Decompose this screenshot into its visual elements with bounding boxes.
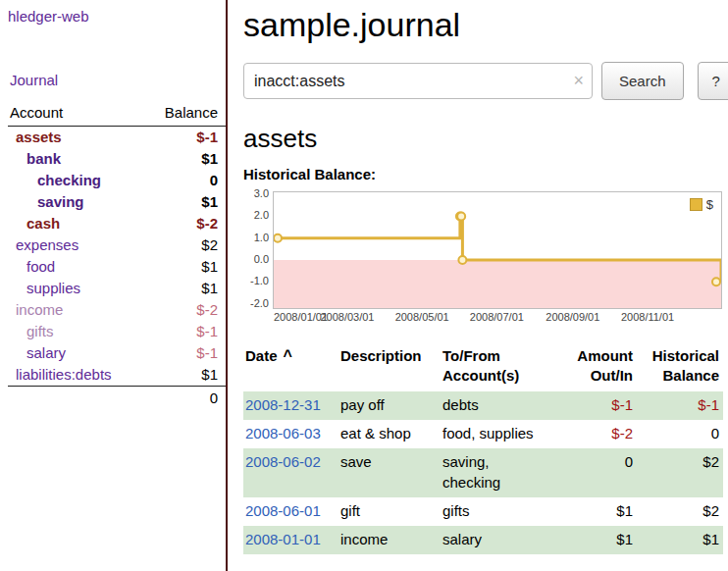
sort-ascending-icon: ^ (284, 347, 292, 364)
register-row: 2008-12-31pay offdebts$-1$-1 (243, 391, 723, 420)
register-balance: $-1 (637, 391, 723, 420)
accounts-table-header: Account Balance (8, 100, 226, 127)
register-amount: $1 (560, 526, 637, 554)
register-body: 2008-12-31pay offdebts$-1$-12008-06-03ea… (243, 391, 723, 554)
date-column-header[interactable]: Date^ (243, 344, 338, 391)
app-title-link[interactable]: hledger-web (8, 8, 226, 25)
register-row: 2008-06-02savesaving, checking0$2 (243, 448, 723, 497)
register-account: salary (441, 526, 560, 554)
register-account: food, supplies (441, 420, 560, 448)
register-account: debts (441, 391, 560, 420)
chart-legend: $ (690, 197, 713, 212)
account-balance: $1 (201, 148, 218, 170)
data-point-marker (458, 256, 466, 264)
account-row: assets$-1 (8, 127, 226, 148)
account-link[interactable]: salary (8, 342, 66, 364)
x-tick-label: 2008/09/01 (546, 311, 599, 323)
account-link[interactable]: checking (8, 170, 101, 191)
account-column-header-register: To/From Account(s) (441, 344, 560, 391)
register-date-link[interactable]: 2008-06-02 (245, 453, 321, 470)
account-link[interactable]: gifts (8, 321, 54, 342)
sidebar: hledger-web Journal Account Balance asse… (0, 0, 228, 571)
search-button[interactable]: Search (601, 62, 684, 100)
register-account: gifts (441, 497, 560, 526)
account-link[interactable]: expenses (8, 234, 78, 256)
x-tick-label: 2008/11/01 (621, 311, 674, 323)
balance-column-header: Balance (165, 104, 218, 121)
accounts-list: assets$-1bank$1checking0saving$1cash$-2e… (8, 127, 226, 386)
negative-region (274, 260, 721, 308)
account-link[interactable]: cash (8, 213, 60, 234)
x-tick-label: 2008/07/01 (470, 311, 524, 323)
account-row: expenses$2 (8, 234, 226, 256)
register-date-link[interactable]: 2008-06-01 (245, 502, 321, 519)
help-button[interactable]: ? (698, 62, 728, 100)
account-row: gifts$-1 (8, 321, 226, 342)
account-heading: assets (243, 124, 728, 154)
chart-plot-area: $ (273, 191, 722, 309)
register-header-row: Date^ Description To/From Account(s) Amo… (243, 344, 723, 391)
register-account: saving, checking (441, 448, 560, 497)
register-description: save (338, 448, 441, 497)
register-description: eat & shop (338, 420, 441, 448)
register-description: income (338, 526, 441, 554)
journal-link[interactable]: Journal (10, 72, 226, 88)
register-row: 2008-01-01incomesalary$1$1 (243, 526, 723, 554)
legend-label: $ (706, 197, 713, 212)
register-description: gift (338, 497, 441, 526)
account-row: liabilities:debts$1 (8, 364, 226, 386)
data-point-marker (457, 212, 465, 220)
register-date-link[interactable]: 2008-12-31 (245, 396, 321, 413)
account-row: income$-2 (8, 299, 226, 321)
account-column-header: Account (10, 104, 63, 121)
y-tick-label: 1.0 (254, 232, 269, 243)
y-tick-label: 3.0 (254, 187, 269, 199)
register-row: 2008-06-03eat & shopfood, supplies$-20 (243, 420, 723, 448)
balance-column-header-register: Historical Balance (637, 344, 723, 391)
y-tick-label: -2.0 (250, 297, 269, 309)
account-balance: $-1 (196, 321, 218, 342)
account-link[interactable]: income (8, 299, 63, 321)
y-tick-label: -1.0 (250, 275, 269, 286)
x-tick-label: 2008/03/01 (320, 311, 374, 323)
data-point-marker (712, 278, 720, 286)
x-tick-label: 2008/05/01 (395, 311, 449, 323)
register-balance: $1 (637, 526, 723, 554)
register-balance: $2 (637, 497, 723, 526)
accounts-total-row: 0 (8, 386, 226, 406)
account-balance: $1 (201, 364, 218, 386)
register-date-link[interactable]: 2008-06-03 (245, 425, 321, 441)
account-row: salary$-1 (8, 342, 226, 364)
account-row: food$1 (8, 256, 226, 278)
account-row: checking0 (8, 170, 226, 191)
y-tick-label: 0.0 (254, 253, 269, 265)
account-link[interactable]: supplies (8, 278, 80, 299)
account-balance: $1 (201, 278, 218, 299)
account-link[interactable]: liabilities:debts (8, 364, 112, 386)
register-balance: $2 (637, 448, 723, 497)
account-row: saving$1 (8, 191, 226, 213)
description-column-header: Description (338, 344, 441, 391)
account-link[interactable]: saving (8, 191, 84, 213)
account-balance: $2 (201, 234, 218, 256)
register-description: pay off (338, 391, 441, 420)
chart-svg (274, 192, 721, 308)
register-date-link[interactable]: 2008-01-01 (245, 531, 321, 547)
amount-column-header: Amount Out/In (560, 344, 637, 391)
account-balance: 0 (210, 170, 218, 191)
account-balance: $1 (201, 191, 218, 213)
date-header-label: Date (245, 347, 278, 364)
accounts-table: Account Balance assets$-1bank$1checking0… (8, 100, 226, 406)
main-content: sample.journal × Search ? assets Histori… (228, 0, 728, 571)
clear-search-icon[interactable]: × (573, 71, 584, 90)
account-link[interactable]: assets (8, 127, 62, 148)
historical-balance-chart: 3.02.01.00.0-1.0-2.0 $ 2008/01/012008/03… (243, 191, 728, 331)
account-row: cash$-2 (8, 213, 226, 234)
account-link[interactable]: bank (8, 148, 61, 170)
account-link[interactable]: food (8, 256, 55, 278)
search-input[interactable] (243, 63, 593, 99)
register-amount: $1 (560, 497, 637, 526)
total-balance: 0 (210, 389, 218, 406)
app-window: hledger-web Journal Account Balance asse… (0, 0, 728, 571)
account-balance: $-1 (196, 342, 218, 364)
